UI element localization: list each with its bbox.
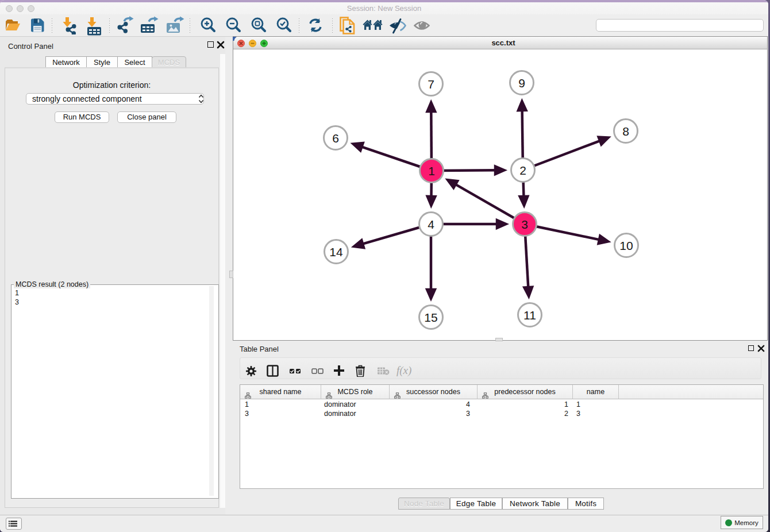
svg-text:10: 10 xyxy=(619,239,633,252)
svg-text:4: 4 xyxy=(428,218,434,231)
svg-text:9: 9 xyxy=(518,76,525,90)
svg-text:3: 3 xyxy=(521,218,528,231)
svg-text:2: 2 xyxy=(519,164,526,177)
svg-text:14: 14 xyxy=(329,245,343,259)
svg-text:7: 7 xyxy=(428,78,434,91)
svg-text:8: 8 xyxy=(622,125,629,138)
svg-text:11: 11 xyxy=(523,309,536,322)
svg-text:1: 1 xyxy=(428,164,435,178)
svg-text:6: 6 xyxy=(332,132,339,145)
svg-text:15: 15 xyxy=(424,311,437,324)
